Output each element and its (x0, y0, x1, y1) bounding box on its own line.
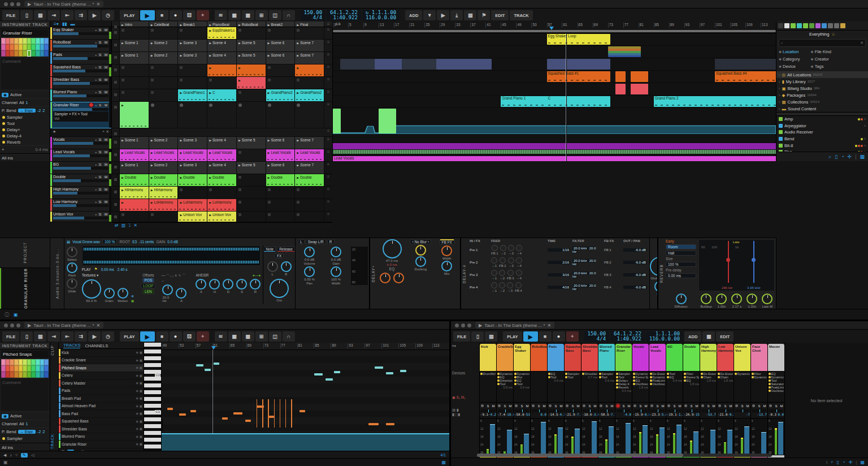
clip-slot[interactable] (295, 64, 324, 76)
editor-track-row[interactable]: Pads ◈▣ (59, 387, 144, 395)
color-swatch[interactable] (19, 44, 23, 50)
play-mode-label[interactable]: PLAY (82, 267, 91, 271)
clip-slot[interactable]: Lead Vocals (178, 149, 207, 161)
color-swatch[interactable] (6, 50, 10, 57)
color-swatch[interactable] (10, 365, 14, 372)
track-row[interactable]: Lead Vocals●SM (50, 149, 111, 162)
pin-icon[interactable]: ◈ (136, 427, 138, 430)
solo-button[interactable]: S (707, 404, 709, 408)
clip-slot[interactable]: C (207, 89, 237, 101)
channel-fader[interactable]: 612182436 (531, 418, 547, 455)
track-row[interactable]: Low Harmony●SM (50, 199, 111, 212)
envelope-knob[interactable] (250, 279, 261, 290)
color-swatch[interactable] (6, 372, 10, 378)
mute-button[interactable]: M (103, 188, 108, 191)
clip-slot[interactable]: LoHarmony (149, 199, 179, 211)
mixer-channel-strip[interactable]: High Harmony De-EsserChain 1.8 ms SM -53… (700, 343, 717, 458)
color-swatch[interactable] (36, 38, 40, 44)
fader-handle[interactable] (490, 424, 495, 455)
pin-icon[interactable]: ◈ (136, 412, 138, 415)
clip-slot[interactable]: Scene 6 (266, 40, 296, 51)
editor-track-row[interactable]: Squashed Bass ◈▣ (59, 418, 144, 426)
filter-res-knob[interactable] (176, 288, 186, 299)
sampler-device[interactable]: ▤Vocal Drone.wav100 %ROOTE3-11 centsGAIN… (64, 238, 296, 309)
color-swatch[interactable] (36, 372, 40, 378)
mute-button[interactable]: M (103, 41, 108, 44)
track-name[interactable]: BG (53, 162, 94, 166)
selected-track-chain[interactable]: Sampler » FX » ToolVol (53, 111, 108, 122)
channel-fader[interactable]: 612182436 (751, 418, 767, 455)
channel-header[interactable]: Low Harmony (717, 344, 734, 371)
track-name[interactable]: Unison Vox (53, 212, 94, 216)
fader-handle[interactable] (778, 422, 783, 455)
tap-time[interactable]: 1/16 (548, 248, 570, 252)
color-swatch[interactable] (19, 50, 23, 57)
solo-button[interactable]: S (98, 66, 102, 69)
pan-slider[interactable] (769, 409, 783, 412)
clip-slot[interactable] (237, 64, 266, 76)
clip-slot[interactable]: Scene 5 (237, 137, 266, 149)
play-start-marker[interactable] (549, 27, 554, 30)
clip-slot[interactable]: Scene 5 (237, 162, 266, 174)
clip-slot[interactable] (237, 149, 266, 161)
save-icon[interactable]: ▼ (423, 10, 436, 20)
scene-launch-button[interactable]: Final (295, 21, 324, 27)
pin-icon[interactable]: ◈ (136, 396, 138, 400)
feed-knob[interactable] (507, 270, 514, 276)
arranger-track-lane[interactable]: Egg Shaker Loop (333, 33, 776, 46)
clip-slot[interactable] (237, 199, 266, 211)
clip-slot[interactable]: Scene 2 (149, 137, 179, 149)
minimize-window-icon[interactable] (10, 2, 14, 6)
narrow-view-icon[interactable]: ▮▮ (62, 21, 67, 27)
channel-fader[interactable]: 612182436 (666, 418, 683, 455)
arranger-clip[interactable] (631, 84, 648, 94)
clip-slot[interactable]: Scene 7 (295, 137, 324, 149)
add-button[interactable]: ADD (405, 10, 422, 20)
track-volume-slider[interactable] (53, 192, 108, 195)
channel-fader[interactable]: 612182436 (632, 418, 649, 455)
high-crossover-slider[interactable] (753, 241, 754, 283)
presets-filter-icon[interactable] (822, 23, 827, 28)
record-arm-button[interactable] (89, 102, 94, 107)
feed-knob[interactable] (508, 257, 514, 264)
track-button[interactable]: TRACK (510, 10, 532, 20)
color-swatch[interactable] (1, 50, 6, 57)
arranger-track-lane[interactable] (333, 83, 776, 96)
reverb-knob[interactable] (731, 294, 742, 304)
scene-launch-button[interactable]: Intro (120, 21, 149, 27)
eq-icon[interactable]: ≋ (215, 331, 227, 342)
color-swatch[interactable] (40, 365, 45, 372)
arranger-track-lane[interactable]: Grand Piano 1 C Grand Piano 2 (333, 96, 776, 108)
reverb-knob[interactable] (747, 294, 757, 304)
pin-icon[interactable]: ◈ (136, 359, 138, 362)
track-name[interactable]: Squashed Bass (53, 65, 94, 69)
clips-filter-icon[interactable] (828, 23, 833, 28)
fader-handle[interactable] (727, 430, 732, 455)
fader-handle[interactable] (558, 428, 563, 455)
channel-fader[interactable]: 612182436 (581, 418, 598, 455)
play-button[interactable]: ▶ (523, 331, 538, 342)
track-name[interactable]: Shredder Bass (53, 77, 94, 81)
lock-icon[interactable]: ▣ (140, 359, 142, 362)
solo-button[interactable]: S (673, 404, 675, 408)
midi-note[interactable] (268, 416, 274, 418)
scene-launch-button[interactable]: Break2 (266, 21, 296, 27)
reverb-knob[interactable] (701, 294, 711, 304)
predelay-value[interactable]: 0.00 ms (666, 273, 696, 278)
size-value[interactable]: 100 % (666, 262, 696, 267)
clip-slot[interactable] (178, 187, 207, 199)
tap-out-gain[interactable]: -6.0 dB (623, 286, 647, 289)
color-swatch[interactable] (1, 38, 6, 44)
clip-slot[interactable]: Lead Vocals (295, 149, 324, 161)
channel-device[interactable]: DrumMch (480, 372, 496, 376)
file-menu-button[interactable]: FILE (453, 331, 470, 342)
record-arm-button[interactable] (667, 404, 670, 407)
color-swatch[interactable] (10, 44, 14, 50)
scene-launch-button[interactable]: RoboBeat (237, 21, 266, 27)
track-list-menu-icon[interactable]: ≡▾ (54, 21, 59, 27)
clip-slot[interactable]: LoHarmony (178, 199, 207, 211)
mixer-channel-strip[interactable]: Squashed Bass SamplerTool SM -21.9-7.7 6… (565, 343, 581, 458)
clip-slot[interactable] (149, 89, 179, 101)
channel-select[interactable]: All (19, 100, 24, 105)
track-volume-slider[interactable] (53, 94, 108, 97)
